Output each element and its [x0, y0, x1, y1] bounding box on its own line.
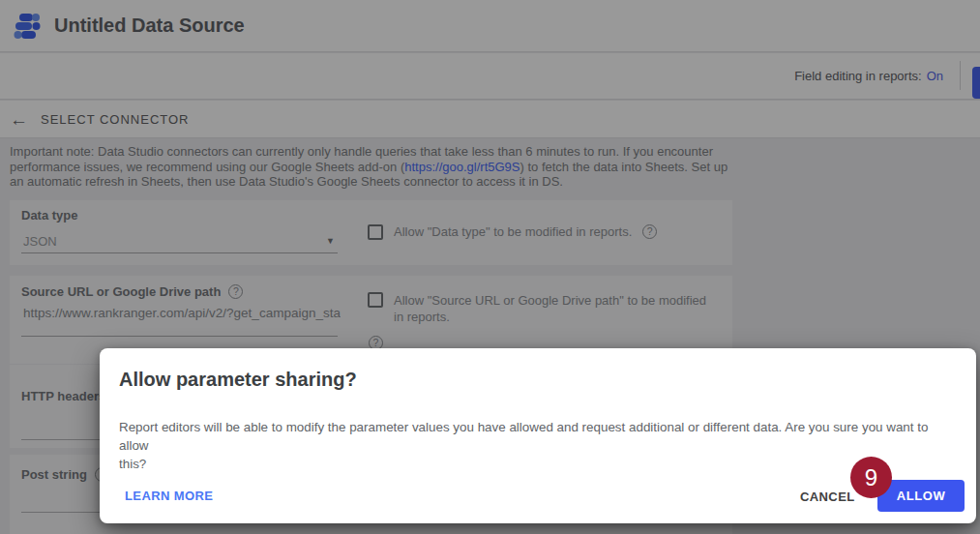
dialog-title: Allow parameter sharing?: [119, 369, 357, 391]
app-window: Untitled Data Source Field editing in re…: [0, 0, 980, 534]
parameter-sharing-dialog: Allow parameter sharing? Report editors …: [100, 348, 976, 523]
dialog-body: Report editors will be able to modify th…: [119, 418, 959, 473]
learn-more-button[interactable]: LEARN MORE: [125, 489, 213, 503]
cancel-button[interactable]: CANCEL: [800, 490, 855, 504]
step-9-badge: 9: [850, 457, 892, 498]
